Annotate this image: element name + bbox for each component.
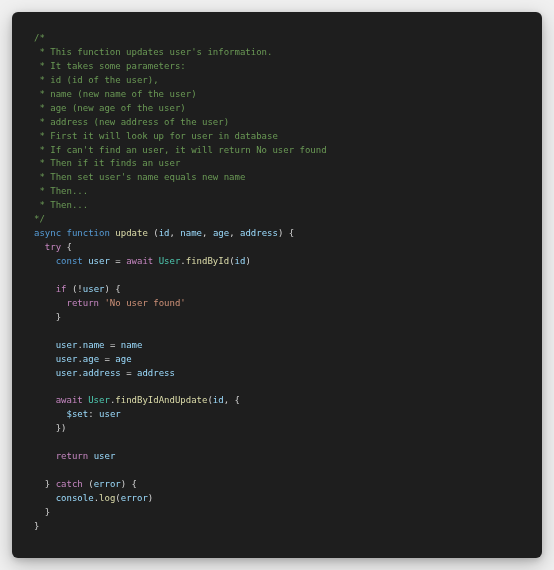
prop-age: age — [83, 354, 99, 364]
code-line-assign-age: user.age = age — [34, 353, 520, 367]
var-user: user — [56, 354, 78, 364]
comment-line: * It takes some parameters: — [34, 60, 520, 74]
fn-name-update: update — [115, 228, 148, 238]
keyword-try: try — [45, 242, 61, 252]
arg-error: error — [121, 493, 148, 503]
method-findbyid: findById — [186, 256, 229, 266]
code-line-try: try { — [34, 241, 520, 255]
keyword-return: return — [56, 451, 89, 461]
comment-line: * id (id of the user), — [34, 74, 520, 88]
blank-line — [34, 380, 520, 394]
var-user: user — [88, 256, 110, 266]
code-line-assign-address: user.address = address — [34, 367, 520, 381]
code-line-catch: } catch (error) { — [34, 478, 520, 492]
var-user: user — [99, 409, 121, 419]
method-findbyidandupdate: findByIdAndUpdate — [115, 395, 207, 405]
keyword-function: function — [67, 228, 110, 238]
code-line-await-update: await User.findByIdAndUpdate(id, { — [34, 394, 520, 408]
code-line-closeobj: }) — [34, 422, 520, 436]
var-user: user — [56, 368, 78, 378]
prop-name: name — [83, 340, 105, 350]
code-editor: /* * This function updates user's inform… — [12, 12, 542, 558]
param-name: name — [180, 228, 202, 238]
code-line-const-user: const user = await User.findById(id) — [34, 255, 520, 269]
arg-id: id — [213, 395, 224, 405]
code-line-closebrace: } — [34, 311, 520, 325]
param-age: age — [213, 228, 229, 238]
comment-line: * address (new address of the user) — [34, 116, 520, 130]
keyword-if: if — [56, 284, 67, 294]
comment-line: * Then if it finds an user — [34, 157, 520, 171]
arg-id: id — [235, 256, 246, 266]
blank-line — [34, 325, 520, 339]
comment-line: */ — [34, 213, 520, 227]
comment-line: * This function updates user's informati… — [34, 46, 520, 60]
code-line-closebrace: } — [34, 506, 520, 520]
keyword-await: await — [56, 395, 83, 405]
keyword-return: return — [67, 298, 100, 308]
comment-line: * First it will look up for user in data… — [34, 130, 520, 144]
obj-console: console — [56, 493, 94, 503]
code-line-console: console.log(error) — [34, 492, 520, 506]
comment-line: * If can't find an user, it will return … — [34, 144, 520, 158]
param-address: address — [240, 228, 278, 238]
code-line-set: $set: user — [34, 408, 520, 422]
keyword-const: const — [56, 256, 83, 266]
code-line-return-str: return 'No user found' — [34, 297, 520, 311]
class-user: User — [88, 395, 110, 405]
method-log: log — [99, 493, 115, 503]
var-user: user — [56, 340, 78, 350]
comment-line: * age (new age of the user) — [34, 102, 520, 116]
code-line-fn-decl: async function update (id, name, age, ad… — [34, 227, 520, 241]
comment-line: * Then... — [34, 185, 520, 199]
var-user: user — [83, 284, 105, 294]
param-id: id — [159, 228, 170, 238]
code-line-if-nouser: if (!user) { — [34, 283, 520, 297]
comment-line: * Then... — [34, 199, 520, 213]
comment-line: * name (new name of the user) — [34, 88, 520, 102]
blank-line — [34, 436, 520, 450]
comment-line: /* — [34, 32, 520, 46]
code-line-closebrace: } — [34, 520, 520, 534]
keyword-catch: catch — [56, 479, 83, 489]
var-age: age — [115, 354, 131, 364]
code-line-assign-name: user.name = name — [34, 339, 520, 353]
var-address: address — [137, 368, 175, 378]
keyword-async: async — [34, 228, 61, 238]
prop-set: $set — [67, 409, 89, 419]
var-user: user — [94, 451, 116, 461]
prop-address: address — [83, 368, 121, 378]
blank-line — [34, 269, 520, 283]
blank-line — [34, 464, 520, 478]
code-line-return-user: return user — [34, 450, 520, 464]
var-name: name — [121, 340, 143, 350]
comment-line: * Then set user's name equals new name — [34, 171, 520, 185]
keyword-await: await — [126, 256, 153, 266]
class-user: User — [159, 256, 181, 266]
string-nouser: 'No user found' — [104, 298, 185, 308]
var-error: error — [94, 479, 121, 489]
